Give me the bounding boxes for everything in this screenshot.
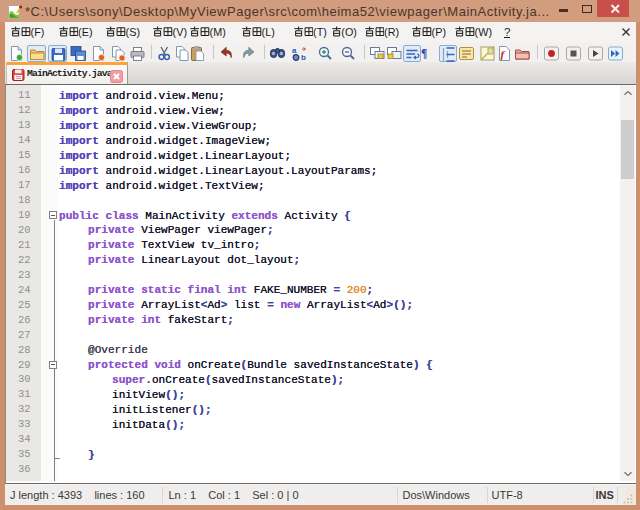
svg-text:a: a xyxy=(292,46,297,55)
svg-text:¶: ¶ xyxy=(421,47,427,60)
svg-text:b: b xyxy=(301,53,306,62)
